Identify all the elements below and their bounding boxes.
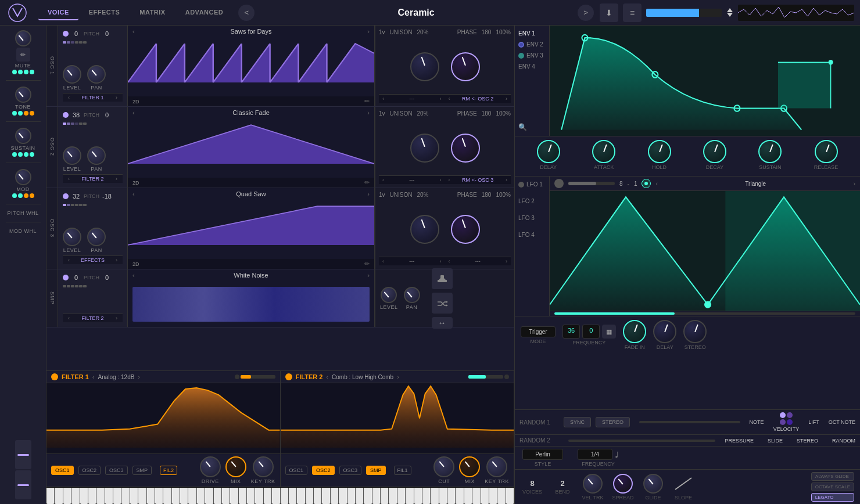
octave-scale-btn[interactable]: OCTAVE SCALE xyxy=(811,483,854,491)
osc3-filter-next[interactable]: › xyxy=(116,257,117,263)
osc2-active-dot[interactable] xyxy=(63,112,69,118)
smp-arrow-button[interactable]: ↔ xyxy=(432,317,453,329)
lfo-freq-b[interactable]: 0 xyxy=(582,325,600,339)
mute-pencil[interactable]: ✏ xyxy=(16,48,30,62)
mod-knob[interactable] xyxy=(15,169,31,185)
env4-label-item[interactable]: ENV 4 xyxy=(518,63,546,70)
piano-keys[interactable]: // Generate piano keys (function(){ cons… xyxy=(46,487,514,504)
tab-effects[interactable]: EFFECTS xyxy=(80,5,130,20)
osc3-mod-prev[interactable]: ‹ xyxy=(382,258,384,264)
osc2-filter-name[interactable]: FILTER 2 xyxy=(71,176,114,182)
osc1-level-knob[interactable] xyxy=(63,65,81,84)
tab-advanced[interactable]: ADVANCED xyxy=(176,5,233,20)
always-glide-btn[interactable]: ALWAYS GLIDE xyxy=(811,472,854,481)
osc3-rm-next[interactable]: › xyxy=(506,258,507,264)
glide-knob[interactable] xyxy=(643,474,663,494)
lfo-link-icon[interactable] xyxy=(642,179,651,188)
smp-wave-next[interactable]: › xyxy=(367,272,370,279)
filter2-mix-knob[interactable] xyxy=(459,456,480,477)
osc3-filter-prev[interactable]: ‹ xyxy=(68,257,70,263)
osc2-rm-next[interactable]: › xyxy=(506,177,507,183)
osc3-rm-prev[interactable]: ‹ xyxy=(449,258,450,264)
filter2-keytrk-knob[interactable] xyxy=(486,456,507,477)
osc3-unison-knob[interactable] xyxy=(410,215,439,244)
env-decay-knob[interactable] xyxy=(703,140,726,163)
osc1-wave-edit[interactable] xyxy=(364,98,370,105)
sustain-knob[interactable] xyxy=(15,128,31,144)
osc1-wave-prev[interactable]: ‹ xyxy=(132,28,135,35)
osc1-rm-next[interactable]: › xyxy=(506,96,507,102)
lfo-rate-slider[interactable] xyxy=(568,182,615,185)
osc1-mod-prev[interactable]: ‹ xyxy=(382,96,384,102)
osc2-wave-next[interactable]: › xyxy=(367,109,370,116)
lfo-wave-next[interactable]: › xyxy=(854,181,855,187)
osc2-filter-next[interactable]: › xyxy=(116,176,117,182)
tab-voice[interactable]: VOICE xyxy=(38,5,78,20)
lfo-stereo-knob[interactable] xyxy=(683,320,707,343)
mute-knob[interactable] xyxy=(15,30,31,46)
osc3-filter-name[interactable]: EFFECTS xyxy=(71,257,114,263)
osc3-wave-prev[interactable]: ‹ xyxy=(132,190,135,197)
env-release-knob[interactable] xyxy=(815,140,838,163)
osc1-phase-knob[interactable] xyxy=(451,52,480,81)
osc2-level-knob[interactable] xyxy=(63,146,81,165)
filter2-type-next[interactable]: › xyxy=(397,373,399,380)
lfo2-label-item[interactable]: LFO 2 xyxy=(518,198,546,204)
filter2-slider[interactable] xyxy=(468,375,503,379)
osc1-rm-prev[interactable]: ‹ xyxy=(449,96,450,102)
osc3-level-knob[interactable] xyxy=(63,228,81,246)
lfo-playback-bar[interactable] xyxy=(554,312,855,315)
osc2-mod-next[interactable]: › xyxy=(440,177,442,183)
env-delay-knob[interactable] xyxy=(537,140,560,163)
filter2-cut-knob[interactable] xyxy=(433,456,454,477)
lfo-delay-knob[interactable] xyxy=(653,320,676,343)
osc1-pan-knob[interactable] xyxy=(87,65,106,84)
env-search-icon[interactable]: 🔍 xyxy=(518,123,546,131)
osc2-wave-edit[interactable] xyxy=(364,179,370,186)
env-sustain-knob[interactable] xyxy=(758,140,782,163)
filter1-drive-knob[interactable] xyxy=(200,456,221,477)
env2-label-item[interactable]: ENV 2 xyxy=(518,41,546,48)
menu-button[interactable]: ≡ xyxy=(623,3,642,22)
lfo3-label-item[interactable]: LFO 3 xyxy=(518,215,546,221)
osc1-wave-next[interactable]: › xyxy=(367,28,370,35)
env-hold-knob[interactable] xyxy=(648,140,671,163)
smp-pan-knob[interactable] xyxy=(404,287,420,303)
random2-bar[interactable] xyxy=(568,440,715,442)
filter1-type-next[interactable]: › xyxy=(138,373,140,380)
filter2-type-prev[interactable]: ‹ xyxy=(326,373,328,380)
filter1-keytrk-knob[interactable] xyxy=(253,456,274,477)
osc1-filter-next[interactable]: › xyxy=(116,95,117,100)
filter2-osc1-chip[interactable]: OSC1 xyxy=(285,466,308,475)
smp-load-button[interactable] xyxy=(432,268,453,289)
preset-prev-button[interactable]: < xyxy=(238,5,255,21)
filter2-fil1-btn[interactable]: FIL1 xyxy=(394,466,411,475)
filter1-fil2-btn[interactable]: FIL2 xyxy=(160,466,177,475)
osc2-mod-prev[interactable]: ‹ xyxy=(382,177,384,183)
filter1-mix-knob[interactable] xyxy=(225,456,246,477)
env1-label-item[interactable]: ENV 1 xyxy=(518,30,546,37)
pitch-slider[interactable] xyxy=(15,440,31,469)
vel-trk-knob[interactable] xyxy=(583,474,603,494)
filter2-osc2-chip[interactable]: OSC2 xyxy=(312,466,335,475)
sync-button[interactable]: SYNC xyxy=(564,417,591,427)
lfo-wave-prev[interactable]: ‹ xyxy=(655,181,657,187)
smp-wave-prev[interactable]: ‹ xyxy=(132,272,135,279)
smp-level-knob[interactable] xyxy=(381,287,397,303)
smp-filter-prev[interactable]: ‹ xyxy=(68,315,70,321)
mod-slider[interactable] xyxy=(15,470,31,499)
stereo-button[interactable]: STEREO xyxy=(596,417,630,427)
lfo1-label-item[interactable]: LFO 1 xyxy=(518,181,546,188)
legato-btn[interactable]: LEGATO xyxy=(811,493,854,502)
smp-shuffle-button[interactable] xyxy=(432,293,453,314)
filter1-osc1-chip[interactable]: OSC1 xyxy=(51,466,74,475)
smp-active-dot[interactable] xyxy=(63,275,69,280)
smp-filter-next[interactable]: › xyxy=(116,315,117,321)
osc3-wave-next[interactable]: › xyxy=(367,190,370,197)
osc3-phase-knob[interactable] xyxy=(451,215,480,244)
filter2-smp-chip[interactable]: SMP xyxy=(366,466,386,475)
filter1-osc3-chip[interactable]: OSC3 xyxy=(105,466,128,475)
filter1-type-prev[interactable]: ‹ xyxy=(92,373,95,380)
filter1-smp-chip[interactable]: SMP xyxy=(132,466,152,475)
env3-label-item[interactable]: ENV 3 xyxy=(518,52,546,59)
